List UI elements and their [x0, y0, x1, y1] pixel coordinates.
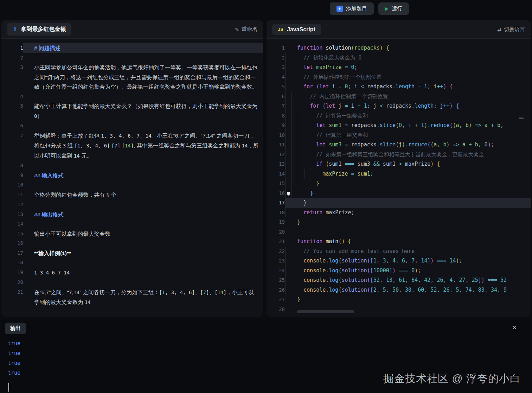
code-line-content[interactable]: // 计算第三组奖金和 [285, 131, 531, 140]
code-line[interactable]: 24 console.log(solution([10000]) === 0); [267, 266, 531, 276]
code-line-content[interactable]: function solution(redpacks) { [285, 43, 531, 53]
code-line[interactable]: 5 for (let i = 0; i < redpacks.length - … [267, 82, 531, 92]
problem-line-content[interactable]: # 问题描述 [23, 43, 263, 53]
code-line[interactable]: 13 if (sum1 === sum3 && sum1 > maxPrize)… [267, 159, 531, 169]
code-line[interactable]: 15 } [267, 179, 531, 189]
code-line-content[interactable]: } [285, 179, 531, 189]
problem-line[interactable]: 2 [1, 53, 263, 63]
code-line-content[interactable]: return maxPrize; [285, 208, 531, 218]
code-line-content[interactable]: console.log(solution([52, 13, 61, 64, 42… [285, 275, 531, 285]
add-question-button[interactable]: + 添加题目 [330, 2, 374, 15]
problem-line-content[interactable]: 1 3 4 6 7 14 [23, 268, 263, 278]
problem-line[interactable]: 5能帮小王计算下他能拿到的最大奖金么？（如果没有红包可获得，则小王能拿到的最大奖… [1, 101, 263, 121]
code-line-content[interactable]: console.log(solution([2, 5, 50, 30, 60, … [285, 285, 531, 295]
code-line[interactable]: 3 let maxPrize = 0; [267, 63, 531, 72]
problem-line-content[interactable]: 输出小王可以拿到的最大奖金数 [23, 229, 263, 239]
problem-line[interactable]: 7举例解释：桌子上放了红包 1, 3, 4, 6, 7, 14。小王在“6,7”… [1, 131, 263, 161]
problem-line[interactable]: 20 [1, 278, 263, 287]
problem-line-content[interactable] [23, 258, 263, 268]
problem-line-content[interactable]: 空格分割的红包金额数，共有 N 个 [23, 190, 263, 200]
code-line-content[interactable]: if (sum1 === sum3 && sum1 > maxPrize) { [285, 159, 531, 169]
code-line-content[interactable]: } [285, 295, 531, 305]
problem-line-content[interactable] [23, 219, 263, 229]
output-tab[interactable]: 输出 [5, 323, 26, 334]
problem-line[interactable]: 16 [1, 239, 263, 248]
code-line-content[interactable]: maxPrize = sum1; [285, 169, 531, 179]
code-line[interactable]: 17 } [267, 198, 531, 208]
code-line[interactable]: 18 return maxPrize; [267, 208, 531, 218]
code-line-content[interactable]: console.log(solution([1, 3, 4, 6, 7, 14]… [285, 256, 531, 266]
code-line[interactable]: 21function main() { [267, 237, 531, 247]
output-lines[interactable]: truetruetruetrue [8, 338, 20, 378]
code-line[interactable]: 23 console.log(solution([1, 3, 4, 6, 7, … [267, 256, 531, 266]
code-line[interactable]: 26 console.log(solution([2, 5, 50, 30, 6… [267, 285, 531, 295]
vertical-scrollbar-thumb[interactable] [519, 118, 524, 119]
code-line-content[interactable]: for (let j = i + 1; j < redpacks.length;… [285, 101, 531, 111]
problem-line[interactable]: 3小王同学参加公司年会的抽奖活动，他运气很好抽到了一等奖。一等奖获奖者可以在一排… [1, 63, 263, 92]
problem-line[interactable]: 14 [1, 219, 263, 229]
problem-line-content[interactable] [23, 239, 263, 248]
problem-line-content[interactable]: ## 输出格式 [23, 210, 263, 220]
problem-line-content[interactable] [23, 200, 263, 210]
problem-line-content[interactable] [23, 92, 263, 102]
problem-line-content[interactable] [23, 121, 263, 131]
code-line-content[interactable]: for (let i = 0; i < redpacks.length - 1;… [285, 82, 531, 92]
code-line-content[interactable]: } [285, 189, 531, 198]
problem-line[interactable]: 17**输入样例(1)** [1, 248, 263, 258]
problem-line-content[interactable] [23, 180, 263, 190]
problem-line-content[interactable] [23, 161, 263, 171]
rename-button[interactable]: ✎ 重命名 [235, 26, 257, 33]
code-line-content[interactable]: // 外层循环控制第一个切割位置 [285, 72, 531, 82]
code-line-content[interactable]: } [285, 217, 531, 227]
problem-line-content[interactable]: 举例解释：桌子上放了红包 1, 3, 4, 6, 7, 14。小王在“6,7”之… [23, 131, 263, 161]
code-line[interactable]: 27} [267, 295, 531, 305]
code-line[interactable]: 11 let sum3 = redpacks.slice(j).reduce((… [267, 140, 531, 150]
code-line[interactable]: 10 // 计算第三组奖金和 [267, 131, 531, 140]
problem-line-content[interactable]: 小王同学参加公司年会的抽奖活动，他运气很好抽到了一等奖。一等奖获奖者可以在一排红… [23, 63, 263, 92]
code-line[interactable]: 7 for (let j = i + 1; j < redpacks.lengt… [267, 101, 531, 111]
code-line-content[interactable]: // 内层循环控制第二个切割位置 [285, 92, 531, 102]
code-line[interactable]: 1function solution(redpacks) { [267, 43, 531, 53]
code-line-content[interactable]: function main() { [285, 237, 531, 247]
problem-line[interactable]: 10 [1, 180, 263, 190]
code-line-content[interactable] [285, 227, 531, 237]
switch-language-button[interactable]: ⇄ 切换语言 [497, 26, 525, 33]
problem-line[interactable]: 8 [1, 161, 263, 171]
code-line-content[interactable]: let maxPrize = 0; [285, 63, 531, 72]
code-line[interactable]: 19} [267, 217, 531, 227]
lightbulb-icon[interactable] [286, 190, 291, 196]
code-line[interactable]: 12 // 如果第一组和第三组奖金和相等且大于当前最大奖金，更新最大奖金 [267, 150, 531, 160]
code-line[interactable]: 16 } [267, 189, 531, 198]
problem-line-content[interactable]: 能帮小王计算下他能拿到的最大奖金么？（如果没有红包可获得，则小王能拿到的最大奖金… [23, 101, 263, 121]
code-line[interactable]: 6 // 内层循环控制第二个切割位置 [267, 92, 531, 102]
problem-line-content[interactable] [23, 53, 263, 63]
code-line-content[interactable]: let sum1 = redpacks.slice(0, i + 1).redu… [285, 121, 531, 131]
code-line[interactable]: 20 [267, 227, 531, 237]
code-line[interactable]: 4 // 外层循环控制第一个切割位置 [267, 72, 531, 82]
problem-line[interactable]: 191 3 4 6 7 14 [1, 268, 263, 278]
problem-line[interactable]: 1# 问题描述 [1, 43, 263, 53]
code-line-content[interactable]: // 初始化最大奖金为 0 [285, 53, 531, 63]
code-line[interactable]: 22 // You can add more test cases here [267, 247, 531, 256]
code-line[interactable]: 2 // 初始化最大奖金为 0 [267, 53, 531, 63]
code-line[interactable]: 25 console.log(solution([52, 13, 61, 64,… [267, 275, 531, 285]
code-line-content[interactable]: // 如果第一组和第三组奖金和相等且大于当前最大奖金，更新最大奖金 [285, 150, 531, 160]
problem-line[interactable]: 9## 输入格式 [1, 171, 263, 180]
code-editor[interactable]: 1function solution(redpacks) {2 // 初始化最大… [267, 39, 531, 317]
run-button[interactable]: ▶ 运行 [378, 2, 409, 15]
problem-line[interactable]: 4 [1, 92, 263, 102]
problem-title-pill[interactable]: ⇩ 拿到最多红包金额 [7, 23, 71, 36]
problem-line[interactable]: 15输出小王可以拿到的最大奖金数 [1, 229, 263, 239]
problem-line-content[interactable]: ## 输入格式 [23, 171, 263, 180]
problem-line[interactable]: 21在“6,7”之间、“7,14” 之间各切一刀，分为如下三组：[1, 3, 4… [1, 287, 263, 308]
language-pill[interactable]: JS JavaScript [272, 24, 321, 35]
code-line-content[interactable]: // You can add more test cases here [285, 247, 531, 256]
code-line-content[interactable]: } [285, 198, 531, 208]
code-line-content[interactable]: console.log(solution([10000]) === 0); [285, 266, 531, 276]
problem-line[interactable]: 11空格分割的红包金额数，共有 N 个 [1, 190, 263, 200]
code-line-content[interactable]: // 计算第一组奖金和 [285, 111, 531, 121]
code-line-content[interactable]: let sum3 = redpacks.slice(j).reduce((a, … [285, 140, 531, 150]
horizontal-scrollbar-thumb[interactable] [297, 310, 354, 313]
close-icon[interactable]: × [512, 324, 517, 331]
problem-editor[interactable]: 1# 问题描述23小王同学参加公司年会的抽奖活动，他运气很好抽到了一等奖。一等奖… [1, 39, 263, 317]
